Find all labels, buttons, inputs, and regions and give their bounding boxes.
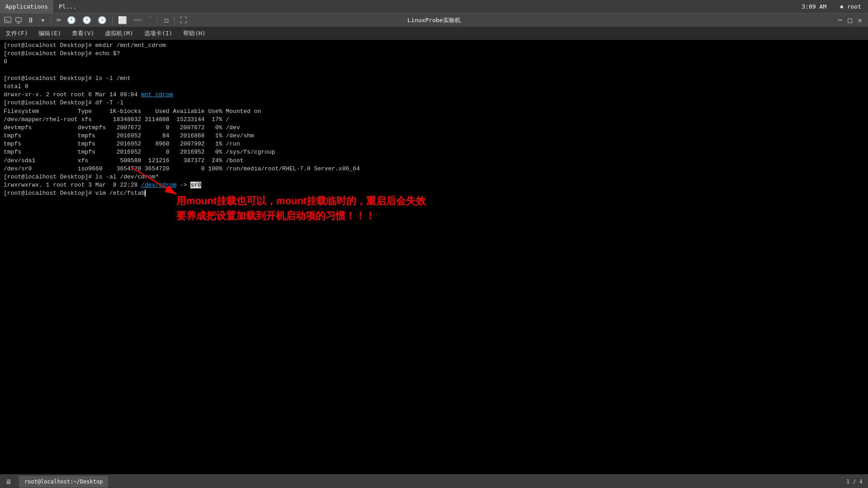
taskbar-left: 🖥 xyxy=(0,477,17,487)
taskbar: 🖥 root@localhost:~/Desktop 1 / 4 xyxy=(0,474,868,488)
taskbar-page-info: 1 / 4 xyxy=(841,479,868,485)
toolbar: ⏸ ▾ ⌨ 🕐 🕑 🕒 ⬜ ➖ ⬛ ◻ ⛶ xyxy=(0,15,193,25)
system-time: 3:09 AM xyxy=(795,3,833,10)
separator3 xyxy=(174,16,175,25)
terminal-line-6: total 0 xyxy=(4,83,864,91)
menu-view[interactable]: 查看(V) xyxy=(66,27,99,39)
snapshot-btn[interactable]: 🕐 xyxy=(64,15,79,25)
terminal-line-11: devtmpfs devtmpfs 2007672 0 2007672 0% /… xyxy=(4,124,864,132)
svg-line-6 xyxy=(131,167,176,194)
terminal-line-8: [root@localhost Desktop]# df -T -l xyxy=(4,99,864,107)
menu-file[interactable]: 文件(F) xyxy=(0,27,33,39)
terminal-icon xyxy=(3,15,13,25)
svg-rect-2 xyxy=(16,17,22,21)
dropdown-arrow[interactable]: ▾ xyxy=(38,15,48,25)
close-button[interactable]: ✕ xyxy=(855,16,864,25)
title-bar: ⏸ ▾ ⌨ 🕐 🕑 🕒 ⬜ ➖ ⬛ ◻ ⛶ LinuxProbe实验机 ─ □ … xyxy=(0,14,868,27)
terminal-menu-bar: 文件(F) 编辑(E) 查看(V) 虚拟机(M) 选项卡(I) 帮助(H) xyxy=(0,27,868,40)
view2-btn[interactable]: ➖ xyxy=(131,15,145,25)
view-btn[interactable]: ⬜ xyxy=(115,15,130,25)
taskbar-app-button[interactable]: root@localhost:~/Desktop xyxy=(19,476,108,488)
view4-btn[interactable]: ◻ xyxy=(161,15,171,25)
vm-name-label: LinuxProbe实验机 xyxy=(407,16,460,24)
system-bar: Applications Pl... 3:09 AM ✱ root xyxy=(0,0,868,14)
system-user: ✱ root xyxy=(833,3,868,10)
terminal-line-5: [root@localhost Desktop]# ls -l /mnt xyxy=(4,75,864,83)
terminal-window: ⏸ ▾ ⌨ 🕐 🕑 🕒 ⬜ ➖ ⬛ ◻ ⛶ LinuxProbe实验机 ─ □ … xyxy=(0,14,868,488)
pause-button[interactable]: ⏸ xyxy=(24,15,37,25)
menu-edit[interactable]: 编辑(E) xyxy=(33,27,66,39)
snapshot2-btn[interactable]: 🕑 xyxy=(80,15,94,25)
terminal-line-9: Filesystem Type 1K-blocks Used Available… xyxy=(4,108,864,116)
snapshot3-btn[interactable]: 🕒 xyxy=(95,15,109,25)
view3-btn[interactable]: ⬛ xyxy=(146,15,160,25)
terminal-line-12: tmpfs tmpfs 2016952 84 2016868 1% /dev/s… xyxy=(4,132,864,140)
fullscreen-btn[interactable]: ⛶ xyxy=(177,15,190,25)
terminal-output[interactable]: [root@localhost Desktop]# mkdir /mnt/mnt… xyxy=(0,40,868,488)
places-menu[interactable]: Pl... xyxy=(53,0,82,13)
terminal-line-4 xyxy=(4,66,864,75)
terminal-line-10: /dev/mapper/rhel-root xfs 18348032 31148… xyxy=(4,116,864,124)
separator2 xyxy=(112,16,113,25)
window-controls: ─ □ ✕ xyxy=(835,16,864,25)
annotation-text: 用mount挂载也可以，mount挂载临时的，重启后会失效 要养成把设置加载到开… xyxy=(176,193,426,223)
send-ctrl-alt-del[interactable]: ⌨ xyxy=(54,15,64,25)
vm-icon xyxy=(14,15,24,25)
taskbar-desktop-icon[interactable]: 🖥 xyxy=(4,477,14,487)
svg-rect-0 xyxy=(5,17,11,23)
menu-tabs[interactable]: 选项卡(I) xyxy=(139,27,178,39)
terminal-line-2: [root@localhost Desktop]# echo $? xyxy=(4,50,864,58)
maximize-button[interactable]: □ xyxy=(845,16,854,25)
applications-menu[interactable]: Applications xyxy=(0,0,53,13)
terminal-line-14: tmpfs tmpfs 2016952 0 2016952 0% /sys/fs… xyxy=(4,148,864,156)
terminal-line-3: 0 xyxy=(4,58,864,66)
minimize-button[interactable]: ─ xyxy=(835,16,844,25)
terminal-line-13: tmpfs tmpfs 2016952 8960 2007992 1% /run xyxy=(4,140,864,148)
terminal-line-7: drwxr-xr-x. 2 root root 6 Mar 14 09:04 m… xyxy=(4,91,864,99)
terminal-line-1: [root@localhost Desktop]# mkdir /mnt/mnt… xyxy=(4,42,864,50)
menu-vm[interactable]: 虚拟机(M) xyxy=(99,27,138,39)
separator xyxy=(51,16,51,25)
menu-help[interactable]: 帮助(H) xyxy=(178,27,211,39)
